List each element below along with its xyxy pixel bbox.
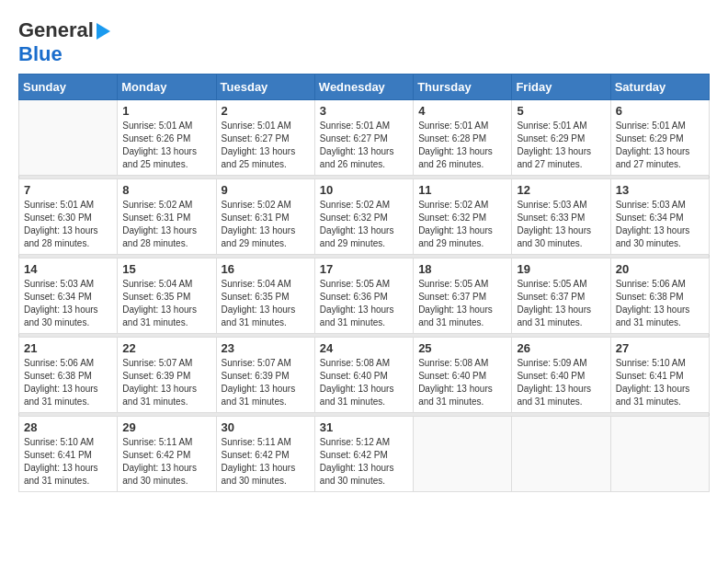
calendar-cell: 31Sunrise: 5:12 AMSunset: 6:42 PMDayligh… [314, 417, 413, 492]
day-number: 24 [320, 341, 408, 355]
calendar-week-0: 1Sunrise: 5:01 AMSunset: 6:26 PMDaylight… [19, 100, 710, 176]
day-info: Sunrise: 5:02 AMSunset: 6:31 PMDaylight:… [222, 199, 310, 250]
calendar-cell: 28Sunrise: 5:10 AMSunset: 6:41 PMDayligh… [19, 417, 118, 492]
day-number: 23 [222, 341, 310, 355]
day-number: 21 [24, 341, 112, 355]
calendar-cell: 13Sunrise: 5:03 AMSunset: 6:34 PMDayligh… [610, 179, 709, 255]
calendar-cell: 9Sunrise: 5:02 AMSunset: 6:31 PMDaylight… [216, 179, 314, 255]
day-number: 14 [24, 262, 112, 276]
day-info: Sunrise: 5:11 AMSunset: 6:42 PMDaylight:… [222, 436, 310, 488]
calendar-cell: 5Sunrise: 5:01 AMSunset: 6:29 PMDaylight… [512, 100, 610, 176]
day-info: Sunrise: 5:01 AMSunset: 6:29 PMDaylight:… [616, 120, 704, 171]
calendar-cell: 26Sunrise: 5:09 AMSunset: 6:40 PMDayligh… [512, 338, 610, 413]
day-number: 18 [418, 262, 506, 276]
calendar-cell: 16Sunrise: 5:04 AMSunset: 6:35 PMDayligh… [216, 259, 314, 334]
calendar-cell: 1Sunrise: 5:01 AMSunset: 6:26 PMDaylight… [118, 100, 216, 176]
calendar-cell: 10Sunrise: 5:02 AMSunset: 6:32 PMDayligh… [314, 179, 413, 255]
day-info: Sunrise: 5:02 AMSunset: 6:32 PMDaylight:… [418, 199, 506, 250]
day-info: Sunrise: 5:05 AMSunset: 6:37 PMDaylight:… [517, 278, 605, 329]
col-header-friday: Friday [512, 75, 610, 100]
calendar-cell: 3Sunrise: 5:01 AMSunset: 6:27 PMDaylight… [314, 100, 413, 176]
logo-arrow-icon [97, 23, 110, 40]
day-number: 16 [222, 262, 310, 276]
day-info: Sunrise: 5:02 AMSunset: 6:32 PMDaylight:… [320, 199, 408, 250]
day-number: 19 [517, 262, 605, 276]
day-info: Sunrise: 5:04 AMSunset: 6:35 PMDaylight:… [222, 278, 310, 329]
calendar-cell: 19Sunrise: 5:05 AMSunset: 6:37 PMDayligh… [512, 259, 610, 334]
day-number: 22 [122, 341, 210, 355]
calendar-cell: 30Sunrise: 5:11 AMSunset: 6:42 PMDayligh… [216, 417, 314, 492]
day-info: Sunrise: 5:01 AMSunset: 6:29 PMDaylight:… [517, 120, 605, 171]
col-header-monday: Monday [118, 75, 216, 100]
day-number: 30 [222, 420, 310, 434]
day-number: 11 [418, 183, 506, 197]
calendar-cell: 22Sunrise: 5:07 AMSunset: 6:39 PMDayligh… [118, 338, 216, 413]
day-info: Sunrise: 5:07 AMSunset: 6:39 PMDaylight:… [122, 357, 210, 408]
day-info: Sunrise: 5:01 AMSunset: 6:27 PMDaylight:… [222, 120, 310, 171]
calendar-cell: 20Sunrise: 5:06 AMSunset: 6:38 PMDayligh… [610, 259, 709, 334]
calendar-cell: 8Sunrise: 5:02 AMSunset: 6:31 PMDaylight… [118, 179, 216, 255]
col-header-thursday: Thursday [414, 75, 512, 100]
day-info: Sunrise: 5:01 AMSunset: 6:27 PMDaylight:… [320, 120, 408, 171]
day-number: 20 [616, 262, 704, 276]
calendar-week-4: 28Sunrise: 5:10 AMSunset: 6:41 PMDayligh… [19, 417, 710, 492]
calendar-cell: 2Sunrise: 5:01 AMSunset: 6:27 PMDaylight… [216, 100, 314, 176]
day-info: Sunrise: 5:03 AMSunset: 6:33 PMDaylight:… [517, 199, 605, 250]
day-info: Sunrise: 5:06 AMSunset: 6:38 PMDaylight:… [24, 357, 112, 408]
day-info: Sunrise: 5:01 AMSunset: 6:26 PMDaylight:… [122, 120, 210, 171]
day-number: 6 [616, 104, 704, 118]
logo-blue: Blue [18, 42, 63, 65]
day-info: Sunrise: 5:11 AMSunset: 6:42 PMDaylight:… [122, 436, 210, 488]
calendar-cell: 25Sunrise: 5:08 AMSunset: 6:40 PMDayligh… [414, 338, 512, 413]
calendar-cell: 11Sunrise: 5:02 AMSunset: 6:32 PMDayligh… [414, 179, 512, 255]
logo: General Blue [18, 18, 110, 66]
day-number: 3 [320, 104, 408, 118]
day-number: 29 [122, 420, 210, 434]
calendar-cell: 6Sunrise: 5:01 AMSunset: 6:29 PMDaylight… [610, 100, 709, 176]
logo-general: General [18, 18, 94, 42]
col-header-saturday: Saturday [610, 75, 709, 100]
day-info: Sunrise: 5:08 AMSunset: 6:40 PMDaylight:… [320, 357, 408, 408]
day-info: Sunrise: 5:10 AMSunset: 6:41 PMDaylight:… [616, 357, 704, 408]
day-number: 26 [517, 341, 605, 355]
day-number: 15 [122, 262, 210, 276]
col-header-sunday: Sunday [19, 75, 118, 100]
day-number: 12 [517, 183, 605, 197]
calendar-cell [414, 417, 512, 492]
day-info: Sunrise: 5:10 AMSunset: 6:41 PMDaylight:… [24, 436, 112, 488]
day-info: Sunrise: 5:12 AMSunset: 6:42 PMDaylight:… [320, 436, 408, 488]
day-info: Sunrise: 5:08 AMSunset: 6:40 PMDaylight:… [418, 357, 506, 408]
calendar-week-1: 7Sunrise: 5:01 AMSunset: 6:30 PMDaylight… [19, 179, 710, 255]
calendar-cell: 17Sunrise: 5:05 AMSunset: 6:36 PMDayligh… [314, 259, 413, 334]
calendar-cell [19, 100, 118, 176]
day-number: 31 [320, 420, 408, 434]
calendar-cell [610, 417, 709, 492]
day-info: Sunrise: 5:09 AMSunset: 6:40 PMDaylight:… [517, 357, 605, 408]
calendar-cell: 14Sunrise: 5:03 AMSunset: 6:34 PMDayligh… [19, 259, 118, 334]
calendar-cell [512, 417, 610, 492]
day-info: Sunrise: 5:07 AMSunset: 6:39 PMDaylight:… [222, 357, 310, 408]
page-header: General Blue [18, 18, 710, 66]
calendar-cell: 29Sunrise: 5:11 AMSunset: 6:42 PMDayligh… [118, 417, 216, 492]
calendar-table: SundayMondayTuesdayWednesdayThursdayFrid… [18, 74, 710, 492]
day-number: 5 [517, 104, 605, 118]
calendar-header-row: SundayMondayTuesdayWednesdayThursdayFrid… [19, 75, 710, 100]
calendar-cell: 4Sunrise: 5:01 AMSunset: 6:28 PMDaylight… [414, 100, 512, 176]
calendar-cell: 24Sunrise: 5:08 AMSunset: 6:40 PMDayligh… [314, 338, 413, 413]
day-info: Sunrise: 5:02 AMSunset: 6:31 PMDaylight:… [122, 199, 210, 250]
day-info: Sunrise: 5:04 AMSunset: 6:35 PMDaylight:… [122, 278, 210, 329]
day-info: Sunrise: 5:03 AMSunset: 6:34 PMDaylight:… [24, 278, 112, 329]
day-number: 10 [320, 183, 408, 197]
day-info: Sunrise: 5:01 AMSunset: 6:28 PMDaylight:… [418, 120, 506, 171]
calendar-cell: 21Sunrise: 5:06 AMSunset: 6:38 PMDayligh… [19, 338, 118, 413]
calendar-cell: 12Sunrise: 5:03 AMSunset: 6:33 PMDayligh… [512, 179, 610, 255]
day-info: Sunrise: 5:05 AMSunset: 6:37 PMDaylight:… [418, 278, 506, 329]
day-number: 25 [418, 341, 506, 355]
calendar-cell: 27Sunrise: 5:10 AMSunset: 6:41 PMDayligh… [610, 338, 709, 413]
day-number: 27 [616, 341, 704, 355]
day-number: 1 [122, 104, 210, 118]
day-number: 28 [24, 420, 112, 434]
day-number: 2 [222, 104, 310, 118]
day-number: 7 [24, 183, 112, 197]
calendar-week-3: 21Sunrise: 5:06 AMSunset: 6:38 PMDayligh… [19, 338, 710, 413]
